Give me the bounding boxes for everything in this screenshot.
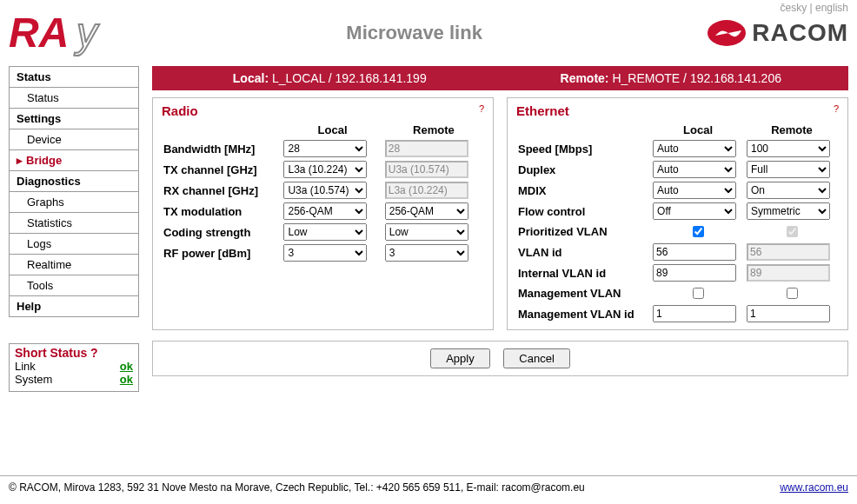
spd-label: Speed [Mbps]	[516, 138, 651, 159]
bw-remote	[385, 140, 468, 157]
txch-label: TX channel [GHz]	[162, 159, 282, 180]
rfp-label: RF power [dBm]	[162, 242, 282, 263]
menu-tools[interactable]: Tools	[10, 275, 138, 296]
help-icon[interactable]: ?	[479, 103, 484, 114]
cod-label: Coding strength	[162, 222, 282, 242]
footer-url[interactable]: www.racom.eu	[780, 481, 848, 494]
rxch-label: RX channel [GHz]	[162, 180, 282, 201]
svg-text:RA: RA	[9, 10, 69, 56]
menu-status[interactable]: Status	[10, 67, 138, 88]
cod-local[interactable]: Low	[283, 223, 367, 241]
col-remote: Remote	[383, 122, 484, 138]
cod-remote[interactable]: Low	[385, 223, 468, 241]
ivlan-remote	[747, 264, 830, 282]
mvlan-remote[interactable]	[787, 288, 798, 299]
vlanid-remote	[747, 243, 830, 261]
menu-realtime[interactable]: Realtime	[10, 255, 138, 275]
mvlan-local[interactable]	[693, 288, 704, 299]
page-title: Microwave link	[122, 22, 707, 44]
mvlanid-remote[interactable]	[747, 305, 830, 322]
pvlan-remote	[787, 226, 798, 237]
menu-settings[interactable]: Settings	[10, 109, 138, 129]
flow-remote[interactable]: Symmetric	[747, 202, 830, 220]
rxch-local[interactable]: U3a (10.574)	[283, 182, 367, 199]
short-status: Short Status ? Linkok Systemok	[9, 343, 139, 392]
vlanid-label: VLAN id	[516, 242, 651, 262]
eth-title: Ethernet	[516, 103, 839, 118]
mvlanid-label: Management VLAN id	[516, 303, 651, 324]
flow-local[interactable]: Off	[653, 202, 736, 220]
footer-copy: © RACOM, Mirova 1283, 592 31 Nove Mesto …	[9, 481, 585, 494]
mod-local[interactable]: 256-QAM	[283, 202, 367, 220]
pvlan-local[interactable]	[693, 226, 704, 237]
radio-title: Radio	[162, 103, 484, 118]
radio-panel: ? Radio LocalRemote Bandwidth [MHz] 28 T…	[152, 97, 494, 330]
logo-racom: RACOM	[707, 18, 848, 48]
txch-local[interactable]: L3a (10.224)	[283, 161, 367, 178]
short-link-label: Link	[15, 360, 36, 373]
short-link-value[interactable]: ok	[120, 360, 133, 373]
menu-bridge[interactable]: Bridge	[10, 150, 138, 171]
apply-button[interactable]: Apply	[430, 348, 490, 368]
ivlan-local[interactable]	[653, 264, 736, 282]
menu-statistics[interactable]: Statistics	[10, 213, 138, 234]
ethernet-panel: ? Ethernet LocalRemote Speed [Mbps] Auto…	[507, 97, 848, 330]
dup-remote[interactable]: Full	[747, 161, 830, 178]
vlanid-local[interactable]	[653, 243, 736, 261]
unit-banner: Local: L_LOCAL / 192.168.141.199 Remote:…	[152, 66, 848, 90]
help-icon[interactable]: ?	[834, 103, 839, 114]
mvlanid-local[interactable]	[653, 305, 736, 322]
txch-remote	[385, 161, 468, 178]
dup-label: Duplex	[516, 159, 651, 180]
svg-text:y: y	[74, 10, 100, 56]
cancel-button[interactable]: Cancel	[503, 348, 569, 368]
rfp-remote[interactable]: 3	[385, 244, 468, 262]
mod-remote[interactable]: 256-QAM	[385, 202, 468, 220]
mdix-remote[interactable]: On	[747, 182, 830, 199]
menu-status-sub[interactable]: Status	[10, 88, 138, 109]
menu-logs[interactable]: Logs	[10, 234, 138, 255]
lang-cesky[interactable]: česky	[780, 2, 807, 14]
mdix-local[interactable]: Auto	[653, 182, 736, 199]
flow-label: Flow control	[516, 201, 651, 222]
col-local: Local	[282, 122, 382, 138]
short-status-title: Short Status ?	[15, 346, 133, 360]
menu-help[interactable]: Help	[10, 296, 138, 317]
mvlan-label: Management VLAN	[516, 283, 651, 303]
dup-local[interactable]: Auto	[653, 161, 736, 178]
lang-english[interactable]: english	[815, 2, 848, 14]
spd-remote[interactable]: 100	[747, 140, 830, 157]
menu-diagnostics[interactable]: Diagnostics	[10, 171, 138, 192]
pvlan-label: Prioritized VLAN	[516, 222, 651, 242]
bw-label: Bandwidth [MHz]	[162, 138, 282, 159]
mod-label: TX modulation	[162, 201, 282, 222]
rfp-local[interactable]: 3	[283, 244, 367, 262]
menu-device[interactable]: Device	[10, 129, 138, 150]
ivlan-label: Internal VLAN id	[516, 262, 651, 283]
lang-switch: česky | english	[780, 2, 848, 14]
short-system-label: System	[15, 373, 52, 386]
mdix-label: MDIX	[516, 180, 651, 201]
bw-local[interactable]: 28	[283, 140, 367, 157]
menu-graphs[interactable]: Graphs	[10, 192, 138, 213]
rxch-remote	[385, 182, 468, 199]
spd-local[interactable]: Auto	[653, 140, 736, 157]
main-menu: Status Status Settings Device Bridge Dia…	[9, 66, 139, 317]
logo-ray: RA y	[9, 9, 122, 57]
short-system-value[interactable]: ok	[120, 373, 133, 386]
